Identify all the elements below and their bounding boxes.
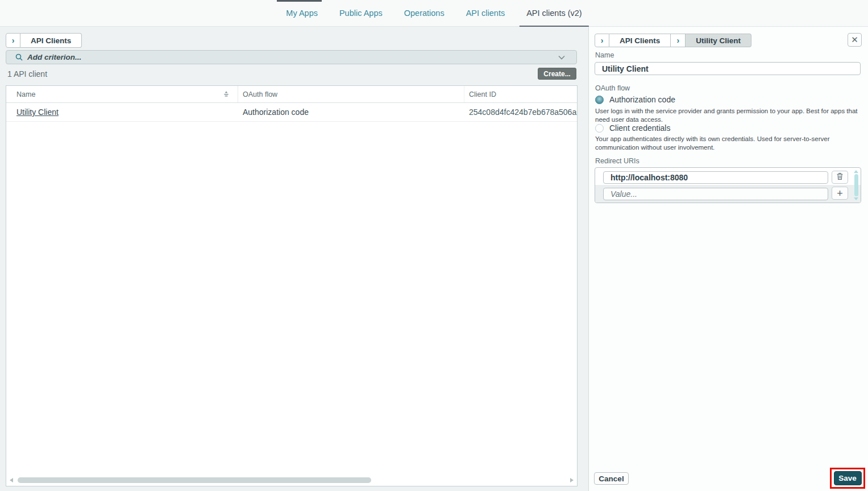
radio-authorization-code-label: Authorization code — [609, 95, 675, 104]
vertical-scrollbar-thumb[interactable] — [854, 174, 858, 196]
oauth-flow-label: OAuth flow — [595, 84, 630, 92]
breadcrumb-chevron-icon-2[interactable]: › — [671, 34, 686, 47]
horizontal-scrollbar-thumb[interactable] — [18, 477, 371, 483]
scroll-left-arrow-icon[interactable] — [10, 478, 13, 482]
redirect-uri-input[interactable] — [603, 171, 828, 184]
name-input[interactable] — [595, 62, 861, 75]
trash-icon — [836, 172, 844, 182]
cell-client-id: 254c08d4fc424b7eb678a506a5e — [464, 103, 577, 121]
plus-icon: + — [837, 188, 843, 199]
column-header-name-label: Name — [16, 90, 35, 98]
radio-client-credentials[interactable]: Client credentials — [595, 123, 670, 133]
column-header-name[interactable]: Name — [6, 86, 238, 102]
breadcrumb-root-api-clients[interactable]: API Clients — [20, 33, 82, 48]
breadcrumb-api-clients[interactable]: API Clients — [609, 34, 671, 47]
breadcrumb-current-utility-client[interactable]: Utility Client — [686, 34, 751, 47]
save-button-highlight-box: Save — [830, 468, 865, 489]
scroll-right-arrow-icon[interactable] — [570, 478, 574, 482]
uris-vertical-scrollbar[interactable] — [854, 170, 858, 200]
client-id-value: 254c08d4fc424b7eb678a506a5e — [469, 108, 577, 117]
redirect-uris-list: + — [595, 167, 861, 203]
tab-my-apps[interactable]: My Apps — [279, 0, 325, 27]
search-criterion-bar[interactable]: Add criterion... — [6, 50, 577, 64]
detail-breadcrumb: › API Clients › Utility Client — [595, 34, 751, 47]
name-field-label: Name — [595, 51, 614, 59]
create-button[interactable]: Create... — [538, 68, 576, 80]
column-header-oauth-flow-label: OAuth flow — [243, 90, 277, 98]
column-header-client-id-label: Client ID — [469, 90, 496, 98]
client-name-link[interactable]: Utility Client — [16, 108, 59, 117]
tab-operations[interactable]: Operations — [397, 0, 451, 27]
chevron-down-icon[interactable] — [558, 55, 565, 60]
scroll-down-arrow-icon[interactable] — [854, 197, 858, 200]
radio-selected-icon[interactable] — [595, 96, 604, 104]
authorization-code-description: User logs in with the service provider a… — [595, 107, 860, 124]
nav-tabs: My Apps Public Apps Operations API clien… — [279, 0, 588, 27]
search-placeholder: Add criterion... — [27, 53, 558, 61]
client-detail-panel: › API Clients › Utility Client ✕ Name OA… — [588, 27, 868, 491]
delete-uri-button[interactable] — [832, 171, 848, 184]
radio-authorization-code[interactable]: Authorization code — [595, 95, 675, 104]
new-redirect-uri-input[interactable] — [603, 188, 828, 200]
tab-api-clients[interactable]: API clients — [459, 0, 512, 27]
column-header-oauth-flow[interactable]: OAuth flow — [238, 86, 464, 102]
radio-unselected-icon[interactable] — [595, 124, 604, 133]
top-tab-bar: My Apps Public Apps Operations API clien… — [0, 0, 868, 27]
oauth-flow-value: Authorization code — [243, 108, 309, 117]
redirect-uris-label: Redirect URIs — [595, 157, 639, 165]
breadcrumb-expand-chevron-icon[interactable]: › — [6, 33, 20, 48]
search-icon — [15, 53, 23, 61]
close-icon: ✕ — [851, 35, 858, 45]
grid-header-row: Name OAuth flow Client ID — [6, 86, 577, 103]
client-credentials-description: Your app authenticates directly with its… — [595, 135, 860, 152]
cancel-button[interactable]: Cancel — [594, 472, 629, 485]
api-clients-grid: Name OAuth flow Client ID Utility Client… — [6, 85, 578, 486]
horizontal-scrollbar[interactable] — [10, 477, 574, 484]
save-button[interactable]: Save — [834, 471, 862, 485]
cell-name: Utility Client — [6, 103, 238, 121]
breadcrumb-chevron-icon[interactable]: › — [595, 34, 609, 47]
table-row[interactable]: Utility Client Authorization code 254c08… — [6, 103, 577, 122]
add-uri-button[interactable]: + — [832, 187, 848, 200]
cell-oauth-flow: Authorization code — [238, 103, 464, 121]
tab-api-clients-v2[interactable]: API clients (v2) — [520, 0, 589, 27]
tab-public-apps[interactable]: Public Apps — [333, 0, 389, 27]
close-panel-button[interactable]: ✕ — [848, 33, 862, 47]
column-header-client-id[interactable]: Client ID — [464, 86, 577, 102]
scroll-up-arrow-icon[interactable] — [854, 170, 858, 173]
sort-ascending-icon[interactable] — [223, 91, 230, 97]
browser-tab-indicator — [277, 0, 322, 2]
radio-client-credentials-label: Client credentials — [609, 123, 670, 133]
result-count: 1 API client — [7, 69, 47, 79]
list-breadcrumb: › API Clients — [6, 33, 82, 48]
